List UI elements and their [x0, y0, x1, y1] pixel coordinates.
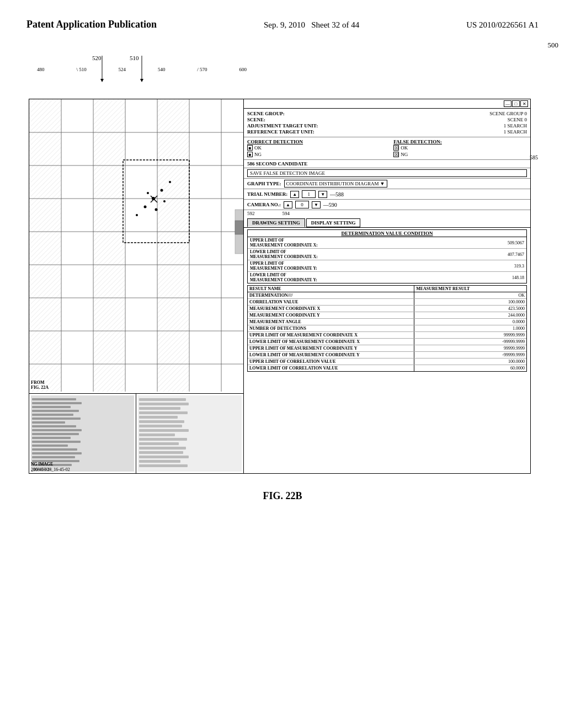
ref-target-row: REFERENCE TARGET UNIT: 1 SEARCH [247, 129, 527, 135]
result-row: NUMBER OF DETECTIONS 1.0000 [248, 325, 526, 332]
second-candidate-label: 586 SECOND CANDIDATE [247, 161, 307, 167]
header-center: Sep. 9, 2010 Sheet 32 of 44 [264, 18, 359, 33]
upper-y-label: UPPER LIMIT OFMEASUREMENT COORDINATE Y: [250, 261, 486, 271]
minimize-button[interactable]: — [504, 100, 511, 107]
result-row: MEASUREMENT COORDINATE X 423.5000 [248, 306, 526, 312]
svg-rect-70 [139, 460, 180, 463]
sheet-number: Sheet 32 of 44 [311, 20, 359, 29]
main-content: 500 520 510 480 \ 510 524 540 / 570 600 … [0, 38, 565, 518]
save-btn-row: SAVE FALSE DETECTION IMAGE [244, 168, 530, 179]
svg-rect-39 [32, 406, 71, 408]
figure-caption: FIG. 22B [263, 490, 302, 502]
svg-rect-45 [32, 429, 82, 431]
graph-type-row: GRAPH TYPE: COORDINATE DISTRIBUTION DIAG… [244, 179, 530, 189]
graph-type-label: GRAPH TYPE: [247, 181, 281, 186]
ref-target-label: REFERENCE TARGET UNIT: [247, 129, 315, 135]
result-row-value: 1.0000 [414, 325, 526, 331]
upper-x-row: UPPER LIMIT OFMEASUREMENT COORDINATE X: … [248, 237, 526, 249]
svg-rect-50 [32, 448, 77, 451]
svg-rect-61 [139, 420, 184, 423]
svg-rect-69 [139, 456, 189, 458]
save-false-detection-button[interactable]: SAVE FALSE DETECTION IMAGE [247, 169, 527, 177]
label-592: 592 [247, 211, 255, 216]
dropdown-arrow-icon: ▼ [380, 181, 385, 186]
display-setting-tab[interactable]: DISPLAY SETTING [306, 218, 361, 227]
svg-rect-37 [32, 398, 76, 400]
svg-rect-48 [32, 441, 81, 443]
correct-ok-row: ■ OK [247, 145, 303, 151]
correct-ng-label: NG [254, 152, 262, 157]
result-row-name: UPPER LIMIT OF MEASUREMENT COORDINATE Y [248, 345, 414, 351]
svg-marker-1 [100, 79, 104, 82]
false-ng-checkbox[interactable]: ☒ [393, 152, 399, 157]
from-label: FROMFIG. 22A [31, 380, 49, 390]
result-row: UPPER LIMIT OF CORRELATION VALUE 100.000… [248, 358, 526, 365]
results-table: RESULT NAME MEASUREMENT RESULT DETERMINA… [247, 285, 527, 372]
result-row-value: -99999.9999 [414, 352, 526, 358]
window-titlebar: — □ ✕ [244, 99, 530, 109]
lower-x-label: LOWER LIMIT OFMEASUREMENT COORDINATE X: [250, 249, 486, 259]
publication-date: Sep. 9, 2010 [264, 20, 305, 29]
result-row: CORRELATION VALUE 100.0000 [248, 299, 526, 306]
close-button[interactable]: ✕ [520, 100, 528, 107]
false-ng-label: NG [401, 152, 408, 157]
svg-rect-41 [32, 414, 73, 416]
label-594: 594 [282, 211, 290, 216]
scene-group-value: SCENE GROUP 0 [489, 111, 527, 116]
result-row: UPPER LIMIT OF MEASUREMENT COORDINATE Y … [248, 345, 526, 352]
result-row-name: LOWER LIMIT OF MEASUREMENT COORDINATE Y [248, 352, 414, 358]
maximize-button[interactable]: □ [512, 100, 520, 107]
upper-x-value: 509.5067 [486, 240, 524, 245]
trial-up-button[interactable]: ▲ [290, 191, 299, 198]
thumbnail-section: FROMFIG. 22A [29, 393, 243, 473]
result-row-name: NUMBER OF DETECTIONS [248, 325, 414, 331]
correct-ok-label: OK [254, 145, 262, 151]
result-row-name: UPPER LIMIT OF MEASUREMENT COORDINATE X [248, 332, 414, 338]
label-590: —590 [323, 202, 337, 208]
false-ok-label: OK [401, 145, 408, 151]
correct-ok-checkbox[interactable]: ■ [247, 145, 253, 151]
graph-type-value: COORDINATE DISTRIBUTION DIAGRAM [286, 181, 379, 186]
false-ng-row: ☒ NG [393, 152, 442, 157]
lower-x-row: LOWER LIMIT OFMEASUREMENT COORDINATE X: … [248, 249, 526, 260]
svg-rect-51 [32, 452, 82, 454]
drawing-setting-tab[interactable]: DRAWING SETTING [247, 218, 305, 227]
trial-number-row: TRIAL NUMBER: ▲ 1 ▼ —588 [244, 189, 530, 200]
svg-rect-64 [139, 433, 175, 436]
label-588: —588 [330, 191, 344, 197]
label-585: 585 [530, 154, 538, 160]
lower-x-value: 407.7467 [486, 252, 524, 257]
ref-target-value: 1 SEARCH [504, 129, 527, 135]
ruler-area: 480 \ 510 524 540 / 570 600 [37, 67, 247, 72]
svg-rect-71 [139, 464, 188, 467]
camera-down-button[interactable]: ▼ [312, 201, 321, 208]
graph-area [29, 99, 243, 392]
trial-number-value[interactable]: 1 [302, 190, 316, 198]
false-ok-checkbox[interactable]: ☒ [393, 145, 399, 151]
graph-svg [29, 99, 243, 392]
upper-x-label: UPPER LIMIT OFMEASUREMENT COORDINATE X: [250, 238, 486, 248]
ruler-524: 524 [119, 67, 126, 72]
camera-up-button[interactable]: ▲ [284, 201, 292, 208]
svg-rect-60 [139, 416, 178, 419]
result-row-value: 100.0000 [414, 358, 526, 365]
svg-rect-59 [139, 411, 188, 414]
correct-ng-checkbox[interactable]: ■ [247, 152, 253, 157]
svg-rect-40 [32, 410, 79, 412]
camera-number-row: CAMERA NO.: ▲ 0 ▼ —590 [244, 200, 530, 210]
svg-rect-42 [32, 417, 81, 420]
figure-500-label: 500 [548, 41, 559, 50]
svg-point-26 [161, 189, 163, 192]
upper-y-row: UPPER LIMIT OFMEASUREMENT COORDINATE Y: … [248, 260, 526, 272]
svg-rect-67 [139, 447, 186, 449]
result-row-name: MEASUREMENT ANGLE [248, 319, 414, 325]
result-row-value: OK [414, 292, 526, 298]
false-detection-col: FALSE DETECTION: ☒ OK ☒ NG [393, 139, 442, 158]
correct-detection-header: CORRECT DETECTION [247, 139, 303, 144]
graph-type-dropdown[interactable]: COORDINATE DISTRIBUTION DIAGRAM ▼ [284, 180, 387, 188]
adj-target-row: ADJUSTMENT TARGET UNIT: 1 SEARCH [247, 123, 527, 129]
false-detection-header: FALSE DETECTION: [393, 139, 442, 144]
camera-number-value[interactable]: 0 [295, 201, 309, 208]
scene-group-label: SCENE GROUP: [247, 111, 285, 116]
trial-down-button[interactable]: ▼ [318, 191, 327, 198]
